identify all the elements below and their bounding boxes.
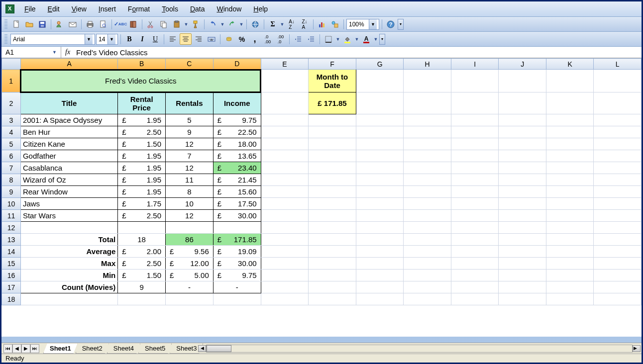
cell-J13[interactable] [499,234,546,246]
cell-D15[interactable]: £30.00 [213,258,261,270]
cell-H9[interactable] [404,186,451,198]
cell-D12[interactable] [213,222,261,234]
save-icon[interactable] [36,18,48,30]
cell-L11[interactable] [594,210,642,222]
cell-F11[interactable] [309,210,356,222]
row-header-8[interactable]: 8 [2,174,21,186]
research-icon[interactable] [127,18,139,30]
cell-J17[interactable] [499,281,546,293]
cell-G3[interactable] [356,114,404,126]
cell-F6[interactable] [309,150,356,162]
col-header-I[interactable]: I [451,59,499,70]
cell-F15[interactable] [309,258,356,270]
cell-K7[interactable] [546,162,594,174]
cell-J18[interactable] [499,293,546,305]
cell-K13[interactable] [546,234,594,246]
fill-color-icon[interactable] [341,33,353,45]
cell-F16[interactable] [309,270,356,281]
cell-D8[interactable]: £21.45 [213,174,261,186]
cell-G2[interactable] [356,92,404,114]
cell-C3[interactable]: 5 [166,114,214,126]
cell-I10[interactable] [451,198,499,210]
col-header-L[interactable]: L [594,59,642,70]
cell-A10[interactable]: Jaws [20,198,117,210]
percent-icon[interactable]: % [236,33,248,45]
cell-G4[interactable] [356,126,404,138]
currency-icon[interactable] [223,33,235,45]
cell-F18[interactable] [309,293,356,305]
cell-G12[interactable] [356,222,404,234]
cell-J6[interactable] [499,150,546,162]
align-center-icon[interactable] [180,33,192,45]
chart-icon[interactable] [316,18,328,30]
fx-icon[interactable]: fx [65,48,70,56]
cell-H3[interactable] [404,114,451,126]
menu-edit[interactable]: Edit [43,3,65,14]
cell-G8[interactable] [356,174,404,186]
menu-format[interactable]: Format [123,3,155,14]
print-preview-icon[interactable] [97,18,109,30]
cell-E4[interactable] [261,126,309,138]
cell-J3[interactable] [499,114,546,126]
tab-last-icon[interactable]: ⏭ [30,344,39,353]
cell-G5[interactable] [356,138,404,150]
cell-G17[interactable] [356,281,404,293]
cell-K15[interactable] [546,258,594,270]
cell-L8[interactable] [594,174,642,186]
cell-B7[interactable]: £1.95 [118,162,166,174]
cell-F12[interactable] [309,222,356,234]
cell-C2[interactable]: Rentals [166,92,214,114]
cell-H18[interactable] [404,293,451,305]
cell-H14[interactable] [404,246,451,258]
cell-J2[interactable] [499,92,546,114]
cell-L6[interactable] [594,150,642,162]
cell-H11[interactable] [404,210,451,222]
cell-G18[interactable] [356,293,404,305]
col-header-B[interactable]: B [118,59,166,70]
cell-F4[interactable] [309,126,356,138]
cell-A1[interactable]: Fred's Video Classics [20,70,261,92]
cell-I1[interactable] [451,70,499,92]
cell-F1[interactable]: Month toDate [309,70,356,92]
zoom-combo[interactable]: 100%▼ [346,19,379,30]
cell-K12[interactable] [546,222,594,234]
cell-E18[interactable] [261,293,309,305]
cell-D14[interactable]: £19.09 [213,246,261,258]
cell-A12[interactable] [20,222,117,234]
menu-file[interactable]: File [19,3,41,14]
cell-F3[interactable] [309,114,356,126]
cell-C15[interactable]: £12.00 [166,258,214,270]
row-header-11[interactable]: 11 [2,210,21,222]
cell-B13[interactable]: 18 [118,234,166,246]
cell-H15[interactable] [404,258,451,270]
cell-C8[interactable]: 11 [166,174,214,186]
toolbar-grip-fmt[interactable] [4,34,7,44]
cell-K10[interactable] [546,198,594,210]
cell-L9[interactable] [594,186,642,198]
cell-D7[interactable]: £23.40 [213,162,261,174]
italic-icon[interactable]: I [136,33,148,45]
cell-G10[interactable] [356,198,404,210]
cell-A17[interactable]: Count (Movies) [20,281,117,293]
underline-icon[interactable]: U [149,33,161,45]
cell-C12[interactable] [166,222,214,234]
fmt-toolbar-options[interactable]: ▾ [379,34,385,45]
drawing-icon[interactable] [329,18,341,30]
toolbar-grip[interactable] [4,19,7,29]
row-header-1[interactable]: 1 [2,70,21,92]
cell-K3[interactable] [546,114,594,126]
col-header-K[interactable]: K [546,59,594,70]
cell-K6[interactable] [546,150,594,162]
cell-E11[interactable] [261,210,309,222]
cell-B10[interactable]: £1.75 [118,198,166,210]
cell-E6[interactable] [261,150,309,162]
print-icon[interactable] [84,18,96,30]
sort-desc-icon[interactable]: Z↓A [299,18,311,30]
cell-E1[interactable] [261,70,309,92]
cell-A15[interactable]: Max [20,258,117,270]
row-header-13[interactable]: 13 [2,234,21,246]
cell-C5[interactable]: 12 [166,138,214,150]
cell-A11[interactable]: Star Wars [20,210,117,222]
cell-J4[interactable] [499,126,546,138]
email-icon[interactable] [67,18,79,30]
